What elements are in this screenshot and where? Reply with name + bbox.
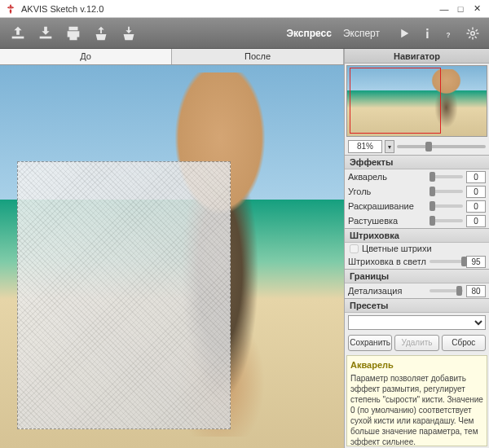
checkbox-color-strokes[interactable]: Цветные штрихи bbox=[345, 243, 489, 254]
zoom-slider[interactable] bbox=[397, 145, 486, 148]
help-panel: Акварель Параметр позволяет добавить эфф… bbox=[346, 355, 487, 446]
delete-preset-button[interactable]: Удалить bbox=[394, 335, 438, 351]
slider-watercolor[interactable] bbox=[430, 175, 463, 178]
param-light-strokes: Штриховка в светлом 95 bbox=[345, 254, 489, 269]
zoom-controls: 81% ▾ bbox=[345, 138, 489, 155]
export-button[interactable] bbox=[117, 22, 140, 45]
svg-text:?: ? bbox=[447, 32, 451, 39]
presets-dropdown[interactable] bbox=[348, 315, 486, 330]
section-edges-header: Границы bbox=[345, 270, 489, 283]
slider-smudge[interactable] bbox=[430, 219, 463, 222]
app-logo-icon bbox=[5, 3, 16, 15]
slider-charcoal[interactable] bbox=[430, 190, 463, 193]
canvas-area: До После bbox=[0, 49, 344, 448]
section-effects-header: Эффекты bbox=[345, 156, 489, 169]
navigator-thumbnail[interactable] bbox=[346, 65, 487, 137]
maximize-button[interactable]: □ bbox=[453, 3, 468, 15]
param-smudge: Растушевка 0 bbox=[345, 213, 489, 228]
save-preset-button[interactable]: Сохранить bbox=[348, 335, 392, 351]
open-button[interactable] bbox=[7, 22, 29, 45]
sketch-preview-region[interactable] bbox=[17, 161, 231, 429]
import-button[interactable] bbox=[90, 22, 112, 45]
color-strokes-checkbox[interactable] bbox=[350, 244, 359, 253]
info-button[interactable] bbox=[417, 24, 437, 43]
close-button[interactable]: ✕ bbox=[469, 3, 484, 15]
navigator-header: Навигатор bbox=[345, 49, 489, 64]
help-button[interactable]: ? bbox=[440, 24, 460, 43]
slider-light-strokes[interactable] bbox=[430, 260, 463, 263]
mode-express[interactable]: Экспресс bbox=[286, 28, 332, 39]
save-button-toolbar[interactable] bbox=[34, 22, 57, 45]
side-panel: Навигатор 81% ▾ Эффекты Акварель 0 Уголь… bbox=[344, 49, 489, 448]
minimize-button[interactable]: — bbox=[437, 3, 452, 15]
param-watercolor: Акварель 0 bbox=[345, 169, 489, 184]
zoom-value[interactable]: 81% bbox=[348, 140, 382, 153]
param-coloration: Раскрашивание 0 bbox=[345, 199, 489, 213]
section-presets-header: Пресеты bbox=[345, 299, 489, 313]
run-button[interactable] bbox=[394, 24, 414, 43]
window-title: AKVIS Sketch v.12.0 bbox=[21, 4, 104, 14]
help-body: Параметр позволяет добавить эффект размы… bbox=[350, 373, 483, 446]
toolbar: Экспресс Эксперт ? bbox=[0, 18, 489, 49]
image-preview[interactable] bbox=[0, 65, 344, 448]
slider-coloration[interactable] bbox=[430, 204, 463, 208]
mode-expert[interactable]: Эксперт bbox=[343, 28, 380, 39]
mode-switch: Экспресс Эксперт bbox=[286, 28, 380, 39]
zoom-dropdown-icon[interactable]: ▾ bbox=[385, 140, 394, 153]
titlebar: AKVIS Sketch v.12.0 — □ ✕ bbox=[0, 0, 489, 18]
section-strokes-header: Штриховка bbox=[345, 229, 489, 243]
before-after-tabs: До После bbox=[0, 49, 344, 65]
print-button[interactable] bbox=[62, 22, 85, 45]
tab-after[interactable]: После bbox=[172, 49, 344, 64]
param-charcoal: Уголь 0 bbox=[345, 184, 489, 199]
slider-detail[interactable] bbox=[430, 289, 463, 292]
help-title: Акварель bbox=[350, 359, 483, 371]
reset-preset-button[interactable]: Сброс bbox=[442, 335, 486, 351]
settings-button[interactable] bbox=[463, 24, 482, 43]
tab-before[interactable]: До bbox=[0, 49, 172, 64]
svg-point-1 bbox=[471, 31, 475, 35]
navigator-viewport[interactable] bbox=[350, 68, 440, 134]
param-detail: Детализация 80 bbox=[345, 283, 489, 298]
